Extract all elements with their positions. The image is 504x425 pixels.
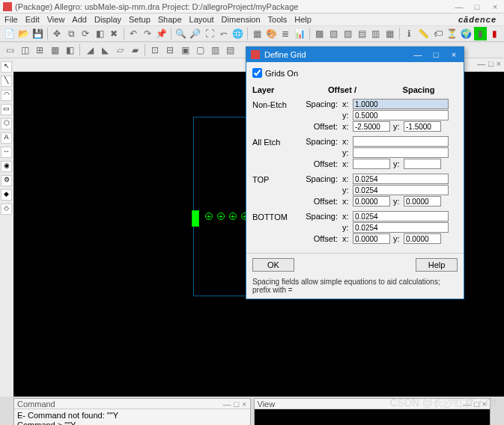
offset-x-input[interactable] xyxy=(353,233,390,244)
lt-tool1-icon[interactable]: ⚙ xyxy=(1,175,12,186)
menu-dimension[interactable]: Dimension xyxy=(222,15,261,24)
copy-icon[interactable]: ⧉ xyxy=(65,27,78,40)
redo-icon[interactable]: ↷ xyxy=(141,27,154,40)
save-icon[interactable]: 💾 xyxy=(31,27,44,40)
rotate-icon[interactable]: ⟳ xyxy=(79,27,92,40)
dialog-close-button[interactable]: × xyxy=(449,50,459,59)
grids-on-checkbox[interactable] xyxy=(252,68,262,78)
t2-j-icon[interactable]: ⊡ xyxy=(148,43,162,57)
lt-arc-icon[interactable]: ◠ xyxy=(1,90,12,101)
lt-poly-icon[interactable]: ⬡ xyxy=(1,118,12,129)
menu-file[interactable]: File xyxy=(4,15,18,24)
offset-x-input[interactable] xyxy=(353,196,390,207)
t2-m-icon[interactable]: ▢ xyxy=(193,43,207,57)
view-body[interactable] xyxy=(255,409,491,425)
zoom-prev-icon[interactable]: ⤺ xyxy=(217,27,230,40)
t2-k-icon[interactable]: ⊟ xyxy=(163,43,177,57)
shape3-icon[interactable]: ▤ xyxy=(356,27,368,40)
window-minimize-button[interactable]: — xyxy=(453,2,465,11)
offset-y-input[interactable] xyxy=(404,159,441,169)
window-close-button[interactable]: × xyxy=(489,2,501,11)
shape5-icon[interactable]: ▦ xyxy=(383,27,396,40)
offset-x-input[interactable] xyxy=(353,159,390,169)
spread-icon[interactable]: 📊 xyxy=(294,27,306,40)
lt-line-icon[interactable]: ╲ xyxy=(1,76,12,87)
undo-icon[interactable]: ↶ xyxy=(127,27,139,40)
tab-max-icon[interactable]: □ xyxy=(488,59,494,68)
spacing-x-input[interactable] xyxy=(353,136,449,147)
open-icon[interactable]: 📂 xyxy=(17,27,30,40)
lt-via-icon[interactable]: ◉ xyxy=(1,161,12,172)
tab-close-icon[interactable]: × xyxy=(497,59,501,68)
t2-b-icon[interactable]: ◫ xyxy=(18,43,31,57)
lt-rect-icon[interactable]: ▭ xyxy=(1,104,12,115)
spacing-x-input[interactable] xyxy=(353,174,449,184)
panel-min-icon[interactable]: — xyxy=(222,400,231,409)
menu-shape[interactable]: Shape xyxy=(158,15,182,24)
move-icon[interactable]: ✥ xyxy=(51,27,64,40)
menu-layout[interactable]: Layout xyxy=(189,15,214,24)
tab-min-icon[interactable]: — xyxy=(477,59,485,68)
shape1-icon[interactable]: ▧ xyxy=(327,27,340,40)
spacing-x-input[interactable] xyxy=(353,211,449,221)
info-icon[interactable]: ℹ xyxy=(403,27,416,40)
spacing-x-input[interactable] xyxy=(353,99,449,109)
menu-add[interactable]: Add xyxy=(72,15,87,24)
help-button[interactable]: Help xyxy=(416,258,458,272)
panel-min-icon[interactable]: — xyxy=(463,400,471,409)
panel-max-icon[interactable]: □ xyxy=(474,400,479,409)
t2-c-icon[interactable]: ⊞ xyxy=(33,43,46,57)
offset-x-input[interactable] xyxy=(353,121,390,132)
command-log[interactable]: E- Command not found: ""Y Command > ""Y … xyxy=(14,409,250,425)
dialog-minimize-button[interactable]: — xyxy=(413,50,423,59)
zoom-in-icon[interactable]: 🔍 xyxy=(174,27,187,40)
t2-f-icon[interactable]: ◢ xyxy=(83,43,97,57)
spacing-y-input[interactable] xyxy=(353,110,449,120)
shape2-icon[interactable]: ▨ xyxy=(341,27,354,40)
t2-d-icon[interactable]: ▦ xyxy=(48,43,61,57)
zoom-world-icon[interactable]: 🌐 xyxy=(231,27,244,40)
menu-help[interactable]: Help xyxy=(294,15,312,24)
menu-tools[interactable]: Tools xyxy=(268,15,288,24)
lt-tool3-icon[interactable]: ◇ xyxy=(1,204,12,215)
zoom-fit-icon[interactable]: ⛶ xyxy=(203,27,216,40)
spacing-y-input[interactable] xyxy=(353,185,449,195)
menu-view[interactable]: View xyxy=(47,15,65,24)
offset-y-input[interactable] xyxy=(404,233,441,244)
panel-close-icon[interactable]: × xyxy=(482,400,487,409)
t2-h-icon[interactable]: ▱ xyxy=(113,43,127,57)
t2-n-icon[interactable]: ▥ xyxy=(208,43,222,57)
t2-l-icon[interactable]: ▣ xyxy=(178,43,192,57)
pin-icon[interactable]: 📌 xyxy=(155,27,168,40)
ok-button[interactable]: OK xyxy=(252,258,294,272)
chip-icon[interactable]: ▮ xyxy=(474,27,487,40)
window-maximize-button[interactable]: □ xyxy=(471,2,483,11)
t2-a-icon[interactable]: ▭ xyxy=(3,43,16,57)
spacing-y-input[interactable] xyxy=(353,147,449,158)
zoom-out-icon[interactable]: 🔎 xyxy=(189,27,201,40)
lt-tool2-icon[interactable]: ◆ xyxy=(1,189,12,201)
shape4-icon[interactable]: ▥ xyxy=(370,27,383,40)
panel-close-icon[interactable]: × xyxy=(242,400,246,409)
color-icon[interactable]: 🎨 xyxy=(265,27,278,40)
t2-e-icon[interactable]: ◧ xyxy=(63,43,76,57)
grid-icon[interactable]: ▩ xyxy=(313,27,326,40)
menu-setup[interactable]: Setup xyxy=(129,15,151,24)
menu-edit[interactable]: Edit xyxy=(25,15,40,24)
spacing-y-input[interactable] xyxy=(353,222,449,233)
dialog-maximize-button[interactable]: □ xyxy=(431,50,441,59)
panel-max-icon[interactable]: □ xyxy=(234,400,239,409)
menu-display[interactable]: Display xyxy=(94,15,121,24)
timer-icon[interactable]: ⏳ xyxy=(446,27,458,40)
offset-y-input[interactable] xyxy=(404,121,441,132)
layers-icon[interactable]: ▦ xyxy=(251,27,264,40)
lt-select-icon[interactable]: ↖ xyxy=(1,61,12,73)
ruler-icon[interactable]: 📏 xyxy=(417,27,430,40)
lt-text-icon[interactable]: A xyxy=(1,132,12,144)
t2-i-icon[interactable]: ▰ xyxy=(128,43,142,57)
mirror-icon[interactable]: ◧ xyxy=(94,27,106,40)
stack-icon[interactable]: ≣ xyxy=(279,27,292,40)
report-icon[interactable]: ▮ xyxy=(488,27,501,40)
tag-icon[interactable]: 🏷 xyxy=(431,27,444,40)
globe-icon[interactable]: 🌍 xyxy=(460,27,473,40)
